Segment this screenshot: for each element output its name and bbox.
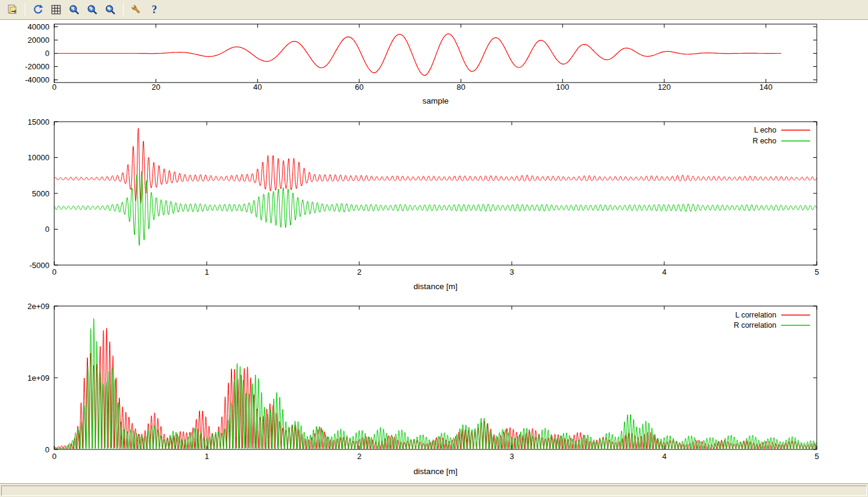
- refresh-icon: [32, 4, 44, 16]
- legend-label: L correlation: [735, 311, 776, 319]
- zoom-reset-icon: [104, 4, 116, 16]
- y-tick-label: 0: [45, 225, 49, 234]
- toolbar-separator: [25, 3, 25, 16]
- status-bar: [0, 483, 868, 497]
- chart-1-series: [54, 34, 781, 75]
- grid-icon: [50, 4, 62, 16]
- toolbar: ?: [0, 0, 868, 20]
- series-l-correlation: [54, 328, 817, 449]
- charts-svg[interactable]: 020406080100120140-40000-200000200004000…: [0, 20, 868, 483]
- y-tick-label: 0: [45, 49, 49, 58]
- zoom-next-button[interactable]: [84, 2, 101, 18]
- x-tick-label: 0: [52, 452, 56, 461]
- y-tick-label: 1e+09: [27, 374, 49, 383]
- x-axis-label: distance [m]: [414, 467, 458, 476]
- x-axis-label: distance [m]: [414, 282, 458, 291]
- replot-button[interactable]: [30, 2, 46, 18]
- configure-button[interactable]: [128, 2, 145, 18]
- export-button[interactable]: [4, 2, 20, 18]
- help-icon: ?: [148, 4, 160, 16]
- x-tick-label: 4: [662, 452, 666, 461]
- chart-2-legend: L echoR echo: [752, 126, 810, 145]
- autoscale-button[interactable]: [102, 2, 119, 18]
- legend-label: L echo: [754, 126, 776, 134]
- series-l-echo: [54, 128, 817, 204]
- plot-canvas[interactable]: 020406080100120140-40000-200000200004000…: [0, 20, 868, 483]
- x-tick-label: 20: [151, 83, 160, 92]
- y-tick-label: 15000: [28, 117, 49, 127]
- toggle-grid-button[interactable]: [48, 2, 64, 18]
- x-tick-label: 4: [662, 267, 666, 277]
- chart-2-axes: 012345-5000050001000015000: [28, 117, 819, 277]
- x-tick-label: 3: [509, 267, 514, 277]
- x-tick-label: 5: [814, 452, 819, 461]
- y-tick-label: 5000: [32, 189, 49, 198]
- x-tick-label: 1: [204, 267, 209, 277]
- x-tick-label: 140: [760, 83, 773, 92]
- y-tick-label: 20000: [28, 36, 49, 45]
- export-icon: [6, 4, 18, 16]
- series-signal: [54, 34, 781, 75]
- help-button[interactable]: ?: [146, 2, 163, 18]
- y-tick-label: -5000: [30, 261, 49, 270]
- y-tick-label: 40000: [28, 22, 49, 31]
- x-tick-label: 3: [509, 452, 514, 461]
- x-tick-label: 100: [556, 83, 569, 92]
- plot-border: [54, 306, 817, 449]
- status-text: [1, 486, 867, 496]
- chart-3-series: [54, 319, 817, 449]
- help-glyph: ?: [152, 4, 157, 16]
- x-tick-label: 0: [52, 267, 56, 277]
- y-tick-label: 0: [45, 445, 49, 454]
- chart-3-legend: L correlationR correlation: [734, 311, 810, 330]
- zoom-next-icon: [86, 4, 98, 16]
- x-tick-label: 80: [456, 83, 465, 92]
- x-axis-label: sample: [423, 96, 449, 105]
- wrench-icon: [130, 4, 142, 16]
- series-r-correlation: [54, 319, 817, 449]
- y-tick-label: -20000: [25, 62, 49, 71]
- x-tick-label: 120: [658, 83, 671, 92]
- y-tick-label: -40000: [25, 75, 49, 84]
- x-tick-label: 2: [357, 452, 361, 461]
- plot-border: [54, 122, 817, 265]
- chart-2-series: [54, 128, 817, 246]
- chart-3: 01234501e+092e+09distance [m]L correlati…: [27, 302, 819, 477]
- x-tick-label: 0: [52, 83, 56, 92]
- x-tick-label: 40: [253, 83, 262, 92]
- gnuplot-window: ? 020406080100120140-40000-2000002000040…: [0, 0, 868, 497]
- chart-1-axes: 020406080100120140-40000-200000200004000…: [25, 22, 817, 92]
- series-r-echo: [54, 171, 817, 246]
- zoom-previous-icon: [68, 4, 80, 16]
- chart-2: 012345-5000050001000015000distance [m]L …: [28, 117, 819, 292]
- y-tick-label: 10000: [28, 153, 49, 162]
- zoom-previous-button[interactable]: [66, 2, 83, 18]
- toolbar-separator: [123, 3, 124, 16]
- legend-label: R echo: [752, 137, 776, 145]
- legend-label: R correlation: [734, 321, 776, 330]
- chart-1: 020406080100120140-40000-200000200004000…: [25, 22, 817, 105]
- x-tick-label: 2: [357, 267, 361, 277]
- x-tick-label: 60: [355, 83, 363, 92]
- x-tick-label: 1: [204, 452, 209, 461]
- y-tick-label: 2e+09: [27, 302, 49, 311]
- x-tick-label: 5: [814, 267, 819, 277]
